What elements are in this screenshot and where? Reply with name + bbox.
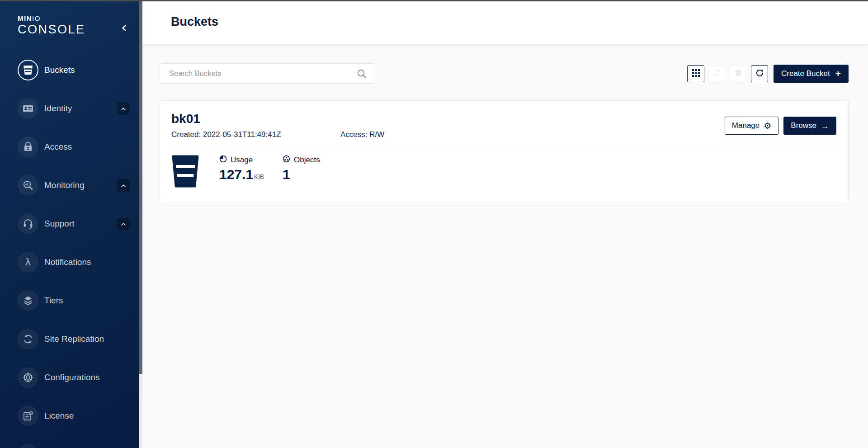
lock-icon [18,137,38,157]
usage-stat: Usage 127.1 KiB [219,155,283,182]
create-bucket-label: Create Bucket [781,69,830,78]
bucket-icon [735,69,742,78]
bucket-meta-row: Created: 2022-05-31T11:49:41Z Access: R/… [171,130,384,139]
sidebar-collapse-button[interactable] [119,24,129,33]
lambda-icon: λ [18,252,38,273]
refresh-icon [755,69,764,79]
license-doc-icon [18,406,38,426]
toolbar: Create Bucket + [687,65,849,83]
sidebar-item-notifications[interactable]: λ Notifications [0,243,139,281]
sidebar-item-support[interactable]: Support [0,204,139,243]
plus-icon: + [835,69,841,78]
sidebar-item-buckets[interactable]: Buckets [0,51,139,89]
chevron-up-icon [121,104,126,113]
sidebar-menu: Buckets Identity Access Monitoring Suppo… [0,51,139,448]
support-icon [18,213,38,234]
usage-label: Usage [231,156,253,165]
chevron-left-icon [121,24,128,33]
bucket-icon [18,60,38,80]
sidebar-item-access[interactable]: Access [0,127,139,166]
bucket-name-link[interactable]: bk01 [171,112,384,126]
sidebar-scrollbar[interactable] [139,0,142,448]
chevron-up-icon [121,181,126,189]
usage-pie-icon [219,155,227,165]
search-input[interactable] [169,69,357,78]
refresh-button[interactable] [751,65,768,82]
svg-text:λ: λ [25,256,31,268]
manage-button[interactable]: Manage ⚙ [725,117,778,135]
objects-value: 1 [283,167,290,182]
sync-arrows-icon [713,69,721,78]
browse-button[interactable]: Browse → [783,117,836,135]
bucket-stats: Usage 127.1 KiB Objects [171,149,836,189]
sync-arrows-icon [18,329,38,349]
bucket-icon [171,155,199,189]
arrow-right-icon: → [821,122,829,130]
gear-icon [18,367,38,388]
search-box[interactable] [160,63,374,84]
gear-icon: ⚙ [764,122,771,130]
bucket-created-label: Created: 2022-05-31T11:49:41Z [171,130,340,139]
replicate-selected-button [708,65,726,82]
sidebar-item-site-replication[interactable]: Site Replication [0,320,139,358]
usage-unit: KiB [254,173,264,180]
sidebar-item-partial[interactable] [0,435,139,448]
main-area: Buckets [142,0,868,448]
identity-card-icon [18,98,38,119]
sidebar-scrollbar-thumb[interactable] [139,0,142,374]
sidebar-item-tiers[interactable]: Tiers [0,281,139,320]
list-view-toggle-button[interactable] [687,65,704,82]
delete-selected-buckets-button [730,65,747,82]
logo-min: MIN [18,14,32,22]
sidebar: MINIO CONSOLE Buckets Identity Access Mo… [0,0,139,448]
sidebar-item-monitoring[interactable]: Monitoring [0,166,139,204]
chevron-up-icon [121,220,126,228]
objects-icon [283,155,290,165]
minio-console-app: MINIO CONSOLE Buckets Identity Access Mo… [0,0,868,448]
page-header: Buckets [142,0,868,44]
actions-row: Create Bucket + [160,63,849,84]
bucket-card: bk01 Created: 2022-05-31T11:49:41Z Acces… [160,100,849,203]
sidebar-item-configurations[interactable]: Configurations [0,358,139,396]
page-title: Buckets [171,15,218,29]
logo-io: IO [32,14,41,22]
objects-label: Objects [294,156,320,165]
bucket-access-label: Access: R/W [340,130,384,139]
monitor-search-icon [18,175,38,196]
usage-value: 127.1 [219,167,253,182]
bucket-card-info: bk01 Created: 2022-05-31T11:49:41Z Acces… [171,112,384,139]
layers-icon [18,290,38,311]
search-icon [357,69,367,79]
content: Create Bucket + bk01 Created: 2022-05-31… [142,44,868,203]
create-bucket-button[interactable]: Create Bucket + [774,65,849,83]
window-top-edge [0,0,868,1]
sidebar-item-identity[interactable]: Identity [0,89,139,127]
objects-stat: Objects 1 [283,155,346,182]
grid-view-icon [692,69,700,78]
sidebar-item-license[interactable]: License [0,396,139,435]
bucket-card-buttons: Manage ⚙ Browse → [725,112,836,139]
